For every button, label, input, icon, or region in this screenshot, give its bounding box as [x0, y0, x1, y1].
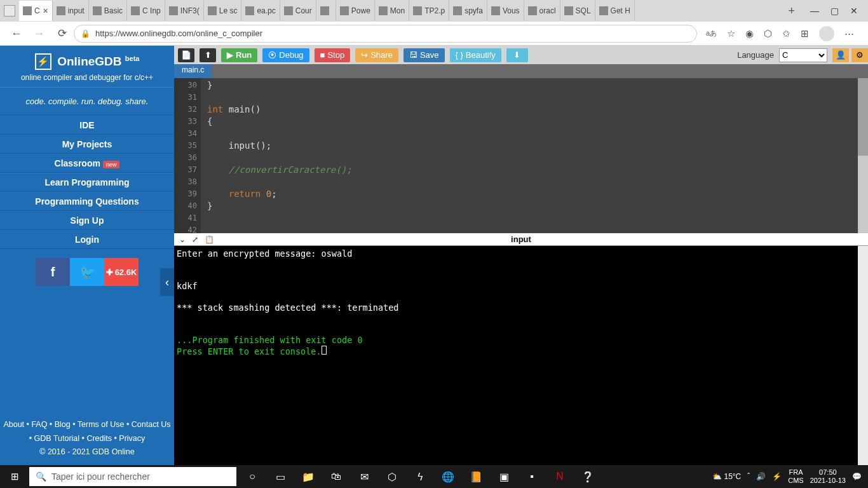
browser-tab[interactable]: Mon — [375, 1, 409, 21]
browser-tab[interactable]: INF3( — [165, 1, 204, 21]
nav-forward-button[interactable]: → — [31, 25, 48, 42]
tab-label: spyfa — [465, 6, 483, 15]
addr-bar-icons: aあ ☆ ◉ ⬡ ✩ ⊞ ⋯ — [697, 26, 863, 41]
browser-tab[interactable]: spyfa — [449, 1, 487, 21]
lock-icon: 🔒 — [81, 29, 90, 38]
window-minimize-icon[interactable]: — — [810, 6, 819, 16]
window-maximize-icon[interactable]: ▢ — [831, 6, 839, 16]
tab-label: input — [68, 6, 85, 15]
tab-favicon — [453, 6, 462, 15]
tab-label: SQL — [576, 6, 591, 15]
browser-tab[interactable]: C Inp — [127, 1, 165, 21]
tab-favicon — [320, 6, 329, 15]
translate-icon[interactable]: aあ — [706, 29, 717, 38]
tab-favicon — [340, 6, 349, 15]
browser-tab[interactable]: Get H — [595, 1, 635, 21]
tab-label: ea.pc — [257, 6, 275, 15]
browser-tab[interactable]: ea.pc — [241, 1, 280, 21]
tab-label: Cour — [295, 6, 312, 15]
collections-icon[interactable]: ⊞ — [801, 28, 809, 39]
browser-tab[interactable]: Cour — [280, 1, 316, 21]
url-input[interactable]: 🔒 https://www.onlinegdb.com/online_c_com… — [74, 25, 697, 43]
favorite-star-icon[interactable]: ☆ — [727, 28, 735, 39]
tab-actions-icon[interactable] — [4, 5, 15, 17]
browser-tab[interactable]: C✕ — [19, 1, 53, 21]
tab-favicon — [93, 6, 102, 15]
tab-favicon — [169, 6, 178, 15]
tab-favicon — [57, 6, 65, 15]
address-bar: ← → ⟳ 🔒 https://www.onlinegdb.com/online… — [0, 22, 868, 46]
tab-favicon — [23, 6, 32, 15]
tab-favicon — [599, 6, 608, 15]
tab-favicon — [413, 6, 422, 15]
tab-label: INF3( — [180, 6, 200, 15]
tab-label: Vous — [503, 6, 520, 15]
browser-tab[interactable]: TP2.p — [409, 1, 449, 21]
window-close-icon[interactable]: ✕ — [850, 6, 858, 16]
browser-tab[interactable]: SQL — [560, 1, 595, 21]
browser-tab[interactable]: Le sc — [204, 1, 242, 21]
window-controls: — ▢ ✕ — [800, 6, 868, 16]
tab-label: oracl — [539, 6, 556, 15]
tab-favicon — [131, 6, 140, 15]
tab-favicon — [245, 6, 254, 15]
browser-tab[interactable]: Powe — [336, 1, 375, 21]
tab-label: Mon — [390, 6, 405, 15]
tab-favicon — [284, 6, 293, 15]
nav-reload-button[interactable]: ⟳ — [54, 25, 71, 42]
tab-favicon — [564, 6, 573, 15]
location-icon[interactable]: ◉ — [745, 28, 754, 39]
url-text: https://www.onlinegdb.com/online_c_compi… — [95, 29, 262, 38]
browser-tab[interactable]: oracl — [524, 1, 560, 21]
new-tab-button[interactable]: + — [783, 4, 800, 18]
tab-label: Le sc — [219, 6, 238, 15]
browser-tab[interactable]: Basic — [89, 1, 127, 21]
tab-close-icon[interactable]: ✕ — [43, 7, 48, 15]
browser-tab[interactable]: Vous — [487, 1, 524, 21]
tab-label: TP2.p — [424, 6, 445, 15]
tab-favicon — [491, 6, 500, 15]
nav-back-button[interactable]: ← — [8, 25, 25, 42]
browser-tab[interactable]: input — [53, 1, 89, 21]
tabs-row: C✕inputBasicC InpINF3(Le scea.pcCour‎Pow… — [19, 0, 783, 22]
tab-label: Get H — [611, 6, 630, 15]
profile-avatar[interactable] — [819, 26, 834, 41]
tab-favicon — [379, 6, 388, 15]
tab-label: Powe — [351, 6, 370, 15]
menu-icon[interactable]: ⋯ — [844, 28, 854, 39]
tab-favicon — [208, 6, 217, 15]
tab-label: Basic — [104, 6, 123, 15]
tab-label: C Inp — [142, 6, 161, 15]
extensions-icon[interactable]: ⬡ — [764, 28, 772, 39]
tabstrip-prefix — [0, 5, 19, 17]
tab-favicon — [528, 6, 537, 15]
favorites-icon[interactable]: ✩ — [782, 28, 790, 39]
tab-label: C — [34, 6, 40, 15]
browser-tab[interactable]: ‎ — [316, 1, 336, 21]
browser-tab-bar: C✕inputBasicC InpINF3(Le scea.pcCour‎Pow… — [0, 0, 868, 22]
